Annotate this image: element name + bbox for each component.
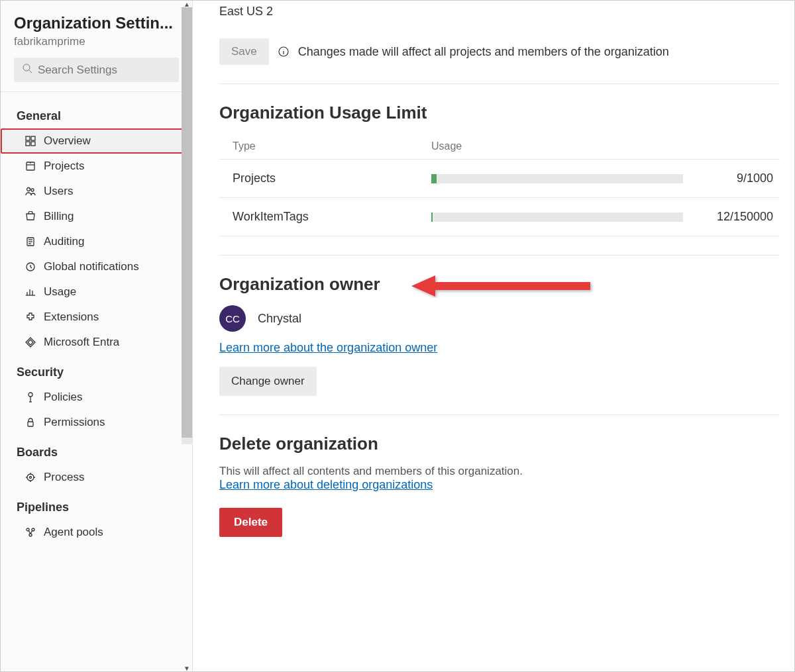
users-icon xyxy=(25,185,36,197)
sidebar-item-projects[interactable]: Projects xyxy=(1,154,192,179)
sidebar: Organization Settin... fabrikamprime Sea… xyxy=(1,1,193,671)
usage-table-header: Type Usage xyxy=(219,134,780,159)
delete-heading: Delete organization xyxy=(219,434,780,454)
col-header-type: Type xyxy=(219,140,431,152)
svg-point-9 xyxy=(27,188,30,191)
usage-type: WorkItemTags xyxy=(219,210,431,224)
sidebar-item-auditing[interactable]: Auditing xyxy=(1,229,192,254)
sidebar-item-label: Users xyxy=(44,185,73,198)
sidebar-subtitle: fabrikamprime xyxy=(14,35,179,48)
usage-row-workitemtags: WorkItemTags 12/150000 xyxy=(219,198,780,236)
sidebar-item-billing[interactable]: Billing xyxy=(1,204,192,229)
search-placeholder: Search Settings xyxy=(38,64,117,77)
projects-icon xyxy=(25,160,36,172)
col-header-usage: Usage xyxy=(431,140,462,152)
svg-point-10 xyxy=(31,189,34,191)
info-icon xyxy=(278,46,289,57)
sidebar-item-label: Agent pools xyxy=(44,526,103,539)
region-value: East US 2 xyxy=(219,5,780,19)
sidebar-item-label: Microsoft Entra xyxy=(44,336,119,349)
sidebar-item-extensions[interactable]: Extensions xyxy=(1,305,192,330)
usage-heading: Organization Usage Limit xyxy=(219,103,780,123)
main-content: East US 2 Save Changes made will affect … xyxy=(193,1,794,671)
owner-heading: Organization owner xyxy=(219,274,780,295)
change-owner-button[interactable]: Change owner xyxy=(219,367,317,396)
svg-line-33 xyxy=(28,530,30,534)
divider xyxy=(219,414,780,415)
usage-bar xyxy=(431,213,683,222)
svg-line-34 xyxy=(30,530,32,534)
sidebar-item-policies[interactable]: Policies xyxy=(1,385,192,410)
sidebar-item-label: Auditing xyxy=(44,235,84,248)
svg-line-1 xyxy=(29,70,32,73)
sidebar-item-overview[interactable]: Overview xyxy=(1,128,192,154)
scroll-down-icon[interactable]: ▼ xyxy=(182,665,192,671)
sidebar-item-process[interactable]: Process xyxy=(1,465,192,490)
divider xyxy=(219,83,780,84)
extensions-icon xyxy=(25,311,36,323)
learn-more-owner-link[interactable]: Learn more about the organization owner xyxy=(219,341,437,354)
sidebar-item-label: Usage xyxy=(44,285,76,299)
process-icon xyxy=(25,471,36,483)
owner-avatar: CC xyxy=(219,305,246,332)
svg-point-32 xyxy=(29,534,32,536)
section-general: General xyxy=(1,99,192,128)
sidebar-item-global-notifications[interactable]: Global notifications xyxy=(1,254,192,279)
search-input[interactable]: Search Settings xyxy=(14,58,179,82)
sidebar-item-label: Projects xyxy=(44,160,84,173)
sidebar-item-label: Billing xyxy=(44,210,74,223)
sidebar-title: Organization Settin... xyxy=(14,14,179,32)
entra-icon xyxy=(25,336,36,348)
overview-icon xyxy=(25,135,36,147)
info-text: Changes made will affect all projects an… xyxy=(298,45,669,59)
svg-point-20 xyxy=(28,393,32,397)
sidebar-item-label: Overview xyxy=(44,134,91,148)
section-boards: Boards xyxy=(1,435,192,465)
sidebar-item-label: Permissions xyxy=(44,416,105,429)
usage-value: 12/150000 xyxy=(683,210,780,224)
svg-rect-3 xyxy=(31,136,35,140)
usage-row-projects: Projects 9/1000 xyxy=(219,160,780,198)
divider xyxy=(1,91,192,92)
usage-bar xyxy=(431,174,683,183)
svg-rect-23 xyxy=(28,422,33,426)
permissions-icon xyxy=(25,416,36,428)
learn-more-delete-link[interactable]: Learn more about deleting organizations xyxy=(219,478,433,491)
sidebar-item-agent-pools[interactable]: Agent pools xyxy=(1,520,192,545)
usage-value: 9/1000 xyxy=(683,171,780,185)
svg-rect-4 xyxy=(26,142,30,146)
owner-name: Chrystal xyxy=(258,312,301,326)
notification-icon xyxy=(25,261,36,273)
divider xyxy=(219,255,780,256)
usage-icon xyxy=(25,286,36,298)
svg-point-0 xyxy=(23,64,30,71)
sidebar-item-label: Global notifications xyxy=(44,260,139,273)
svg-rect-5 xyxy=(31,142,35,146)
sidebar-item-label: Process xyxy=(44,471,84,484)
billing-icon xyxy=(25,211,36,222)
agent-pools-icon xyxy=(25,526,36,538)
sidebar-item-users[interactable]: Users xyxy=(1,179,192,204)
sidebar-item-usage[interactable]: Usage xyxy=(1,279,192,305)
sidebar-item-label: Extensions xyxy=(44,311,99,324)
svg-rect-2 xyxy=(26,136,30,140)
usage-type: Projects xyxy=(219,171,431,185)
delete-description: This will affect all contents and member… xyxy=(219,465,780,478)
sidebar-item-microsoft-entra[interactable]: Microsoft Entra xyxy=(1,330,192,355)
sidebar-item-label: Policies xyxy=(44,391,83,404)
section-pipelines: Pipelines xyxy=(1,490,192,520)
save-button[interactable]: Save xyxy=(219,38,269,65)
auditing-icon xyxy=(25,236,36,248)
app-frame: Organization Settin... fabrikamprime Sea… xyxy=(0,0,795,672)
search-icon xyxy=(22,63,32,77)
policies-icon xyxy=(25,391,36,403)
sidebar-item-permissions[interactable]: Permissions xyxy=(1,410,192,435)
scroll-up-icon[interactable]: ▲ xyxy=(182,1,192,7)
scrollbar-thumb[interactable] xyxy=(182,7,192,438)
section-security: Security xyxy=(1,355,192,385)
svg-point-25 xyxy=(30,477,32,479)
delete-button[interactable]: Delete xyxy=(219,508,282,537)
svg-point-24 xyxy=(27,474,34,481)
